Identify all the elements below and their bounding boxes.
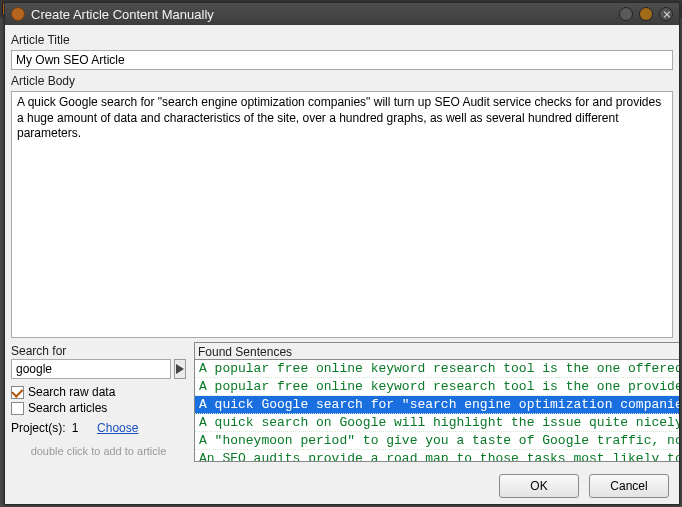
article-title-label: Article Title (11, 31, 673, 48)
search-go-button[interactable] (174, 359, 186, 379)
dialog-window: Create Article Content Manually Article … (4, 2, 680, 505)
add-hint: double click to add to article (11, 445, 186, 457)
svg-marker-0 (176, 364, 184, 374)
checkbox-icon (11, 402, 24, 415)
found-sentence-item[interactable]: An SEO audits provide a road map to thos… (195, 450, 679, 461)
search-raw-data-option[interactable]: Search raw data (11, 385, 186, 399)
found-sentence-item[interactable]: A "honeymoon period" to give you a taste… (195, 432, 679, 450)
search-raw-data-label: Search raw data (28, 385, 115, 399)
found-sentences-label: Found Sentences (194, 342, 679, 359)
search-articles-option[interactable]: Search articles (11, 401, 186, 415)
maximize-button[interactable] (639, 7, 653, 21)
search-articles-label: Search articles (28, 401, 107, 415)
found-sentence-item[interactable]: A quick Google search for "search engine… (195, 396, 679, 414)
found-sentence-item[interactable]: A popular free online keyword research t… (195, 360, 679, 378)
minimize-button[interactable] (619, 7, 633, 21)
found-sentences-list[interactable]: A popular free online keyword research t… (195, 360, 679, 461)
checkbox-icon (11, 386, 24, 399)
dialog-content: Article Title Article Body A quick Googl… (5, 25, 679, 468)
cancel-button[interactable]: Cancel (589, 474, 669, 498)
projects-count: 1 (72, 421, 79, 435)
search-input[interactable] (11, 359, 171, 379)
found-sentence-item[interactable]: A popular free online keyword research t… (195, 378, 679, 396)
dialog-title: Create Article Content Manually (31, 7, 214, 22)
search-panel: Search for Search raw data Search articl… (11, 342, 186, 462)
play-icon (176, 364, 184, 374)
app-icon (11, 7, 25, 21)
dialog-button-row: OK Cancel (5, 468, 679, 504)
article-body-label: Article Body (11, 72, 673, 89)
choose-projects-link[interactable]: Choose (97, 421, 138, 435)
projects-label: Project(s): (11, 421, 66, 435)
dialog-titlebar[interactable]: Create Article Content Manually (5, 3, 679, 25)
found-panel: Found Sentences A popular free online ke… (194, 342, 679, 462)
article-body-textarea[interactable]: A quick Google search for "search engine… (11, 91, 673, 338)
search-for-label: Search for (11, 342, 186, 359)
ok-button[interactable]: OK (499, 474, 579, 498)
article-title-input[interactable] (11, 50, 673, 70)
close-button[interactable] (659, 7, 673, 21)
found-sentence-item[interactable]: A quick search on Google will highlight … (195, 414, 679, 432)
